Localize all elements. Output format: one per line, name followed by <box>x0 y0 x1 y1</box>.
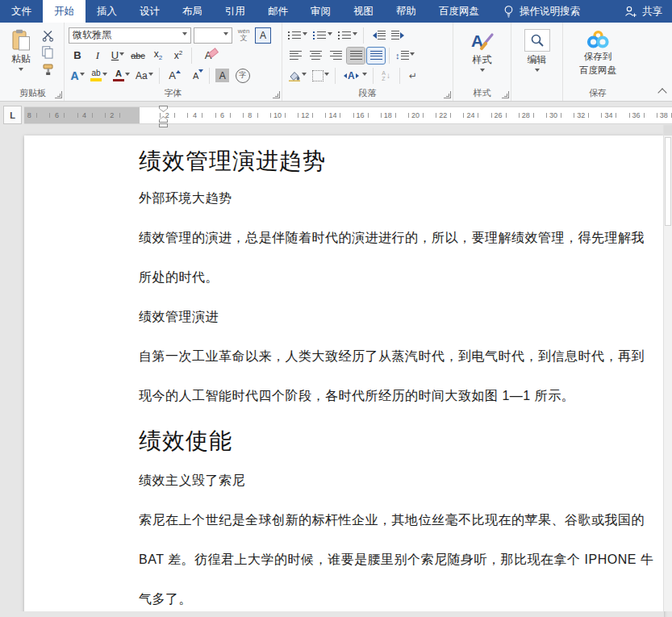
tab-layout[interactable]: 布局 <box>171 0 214 23</box>
ruler-tick <box>353 113 354 118</box>
multilevel-list-button[interactable] <box>336 27 359 44</box>
shading-button[interactable] <box>286 68 308 84</box>
font-size-combobox[interactable] <box>194 27 232 44</box>
bottom-strip <box>0 611 664 617</box>
increase-indent-button[interactable] <box>390 27 409 44</box>
font-name-combobox[interactable]: 微软雅黑 <box>69 27 191 44</box>
copy-button[interactable] <box>40 45 56 60</box>
italic-button[interactable]: I <box>89 48 106 64</box>
save-group-label: 保存 <box>563 87 632 99</box>
character-shading-button[interactable]: A <box>214 68 232 84</box>
font-dialog-launcher-icon[interactable] <box>273 91 280 98</box>
enclose-characters-button[interactable]: 字 <box>234 68 252 84</box>
paragraph-dialog-launcher-icon[interactable] <box>444 91 451 98</box>
shrink-font-button[interactable]: A <box>187 68 205 84</box>
font-color-button[interactable]: A <box>111 68 131 84</box>
align-right-button[interactable] <box>327 48 344 64</box>
page[interactable]: 绩效管理演进趋势外部环境大趋势绩效管理的演进，总是伴随着时代的演进进行的，所以，… <box>24 135 664 617</box>
bold-button[interactable]: B <box>69 48 86 64</box>
ruler-tick <box>381 113 382 118</box>
vertical-scrollbar[interactable] <box>663 125 672 611</box>
tab-mailings[interactable]: 邮件 <box>257 0 299 23</box>
doc-paragraph-line[interactable]: 现今的人工智能时代四个阶段，各时代所经历的时间大致如图 1—1 所示。 <box>139 388 664 404</box>
doc-paragraph-line[interactable]: 绩效管理的演进，总是伴随着时代的演进进行的，所以，要理解绩效管理，得先理解我 <box>139 230 664 246</box>
doc-paragraph-line[interactable]: 自第一次工业革命以来，人类大致经历了从蒸汽时代，到电气时代，到信息时代，再到 <box>139 348 664 365</box>
change-case-button[interactable]: Aa <box>134 68 155 84</box>
shading-bucket-icon <box>288 70 301 81</box>
asian-layout-button[interactable]: A <box>340 68 369 84</box>
ruler-tick <box>491 113 492 118</box>
chevron-down-icon <box>102 73 107 78</box>
ruler-number: 34 <box>604 111 612 119</box>
ruler-number: 2 <box>165 111 169 119</box>
tab-file[interactable]: 文件 <box>0 0 43 23</box>
clipboard-dialog-launcher-icon[interactable] <box>55 91 62 98</box>
doc-paragraph-line[interactable]: BAT 差。彷徨君上大学的时候，谁要是腰里别个索尼随身听，那比现在拿个 IPHO… <box>139 552 664 568</box>
tell-me-search[interactable]: 操作说明搜索 <box>503 0 580 23</box>
chevron-down-icon <box>223 32 228 38</box>
ruler-tick <box>36 113 37 118</box>
baidu-netdisk-rings-icon <box>584 29 611 49</box>
styles-button[interactable]: A 样式 <box>456 25 508 74</box>
doc-paragraph-line[interactable]: 气多了。 <box>139 591 664 607</box>
justify-button[interactable] <box>347 48 365 64</box>
doc-paragraph-line[interactable]: 索尼在上个世纪是全球创新的标杆性企业，其地位丝毫不比现在的苹果、谷歌或我国的 <box>139 512 664 528</box>
clear-formatting-button[interactable]: A <box>199 48 217 64</box>
styles-dialog-launcher-icon[interactable] <box>502 91 509 98</box>
sort-button[interactable]: AZ ↓ <box>378 68 395 84</box>
doc-paragraph-line[interactable]: 绩效主义毁了索尼 <box>139 473 664 489</box>
save-to-baidu-button[interactable]: 保存到 百度网盘 <box>566 25 630 77</box>
share-button[interactable]: 共享 <box>624 0 662 23</box>
line-spacing-button[interactable]: ↕ <box>394 48 416 64</box>
distribute-button[interactable] <box>367 48 385 64</box>
numbered-list-button[interactable] <box>311 27 334 44</box>
paste-button[interactable]: 粘贴 <box>4 25 38 77</box>
bullet-list-button[interactable] <box>286 27 309 44</box>
doc-heading[interactable]: 绩效管理演进趋势 <box>139 148 664 175</box>
tab-view[interactable]: 视图 <box>342 0 385 23</box>
align-left-button[interactable] <box>286 48 304 64</box>
grow-font-button[interactable]: A <box>164 68 182 84</box>
character-border-icon: A <box>260 30 266 41</box>
superscript-button[interactable]: x2 <box>169 48 187 64</box>
collapse-ribbon-icon[interactable] <box>657 88 666 97</box>
text-highlight-button[interactable]: ab <box>89 68 109 84</box>
editing-button[interactable]: 编辑 <box>514 25 560 74</box>
cut-button[interactable] <box>40 28 56 43</box>
format-painter-button[interactable] <box>40 62 56 77</box>
ruler-tick <box>160 113 161 118</box>
tab-design[interactable]: 设计 <box>128 0 171 23</box>
character-border-button[interactable]: A <box>255 27 271 44</box>
tab-home[interactable]: 开始 <box>43 0 86 23</box>
strikethrough-button[interactable]: abc <box>129 48 147 64</box>
borders-button[interactable] <box>311 68 331 84</box>
change-case-icon: Aa <box>136 70 148 81</box>
tab-baidu-netdisk[interactable]: 百度网盘 <box>428 0 490 23</box>
font-group: 微软雅黑 wén 文 A B I <box>65 23 282 101</box>
share-label: 共享 <box>642 5 662 19</box>
ruler-tick <box>423 113 424 118</box>
subscript-button[interactable]: x2 <box>149 48 167 64</box>
left-indent-marker[interactable] <box>159 123 168 127</box>
phonetic-guide-button[interactable]: wén 文 <box>235 27 253 44</box>
decrease-indent-button[interactable] <box>368 27 387 44</box>
ruler-row: L 86422468101214161820222426283032343638 <box>0 106 672 130</box>
tab-review[interactable]: 审阅 <box>299 0 342 23</box>
tab-insert[interactable]: 插入 <box>86 0 128 23</box>
doc-heading[interactable]: 绩效使能 <box>139 427 664 455</box>
tab-references[interactable]: 引用 <box>214 0 257 23</box>
align-center-button[interactable] <box>307 48 324 64</box>
show-marks-button[interactable]: ↵ <box>404 68 422 84</box>
doc-paragraph-line[interactable]: 绩效管理演进 <box>139 309 664 325</box>
tab-help[interactable]: 帮助 <box>385 0 428 23</box>
paste-label: 粘贴 <box>11 52 31 66</box>
ruler: 86422468101214161820222426283032343638 <box>24 106 672 124</box>
underline-button[interactable]: U <box>109 48 127 64</box>
divider <box>399 68 400 84</box>
scrollbar-thumb[interactable] <box>665 137 671 226</box>
text-effects-button[interactable]: A <box>69 68 86 84</box>
doc-paragraph-line[interactable]: 所处的时代。 <box>139 269 664 286</box>
doc-paragraph-line[interactable]: 外部环境大趋势 <box>139 190 664 206</box>
tab-stop-selector[interactable]: L <box>3 106 22 124</box>
editing-label: 编辑 <box>528 53 547 67</box>
